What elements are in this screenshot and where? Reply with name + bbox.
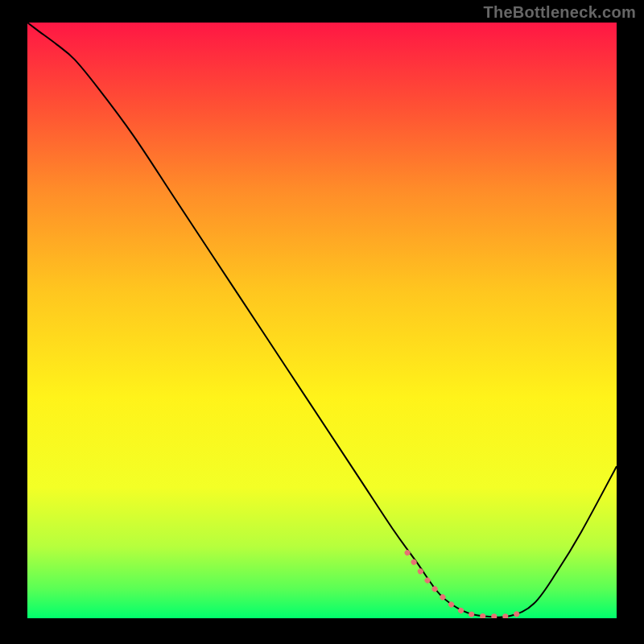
plot-area	[27, 23, 617, 618]
watermark-label: TheBottleneck.com	[483, 3, 636, 22]
chart-svg	[27, 23, 617, 618]
chart-frame: TheBottleneck.com	[0, 0, 644, 644]
